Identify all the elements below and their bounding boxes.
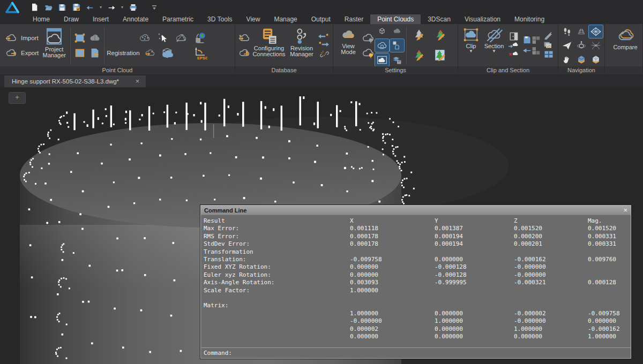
clip-remove-icon[interactable] [509,51,519,59]
view-mode-button[interactable]: View Mode [335,26,361,65]
project-manager-button[interactable]: Project Manager [40,26,68,65]
ribbon-tab-3d-tools[interactable]: 3D Tools [200,14,239,24]
swivel-icon[interactable] [589,39,603,52]
pick-points-cursor-icon[interactable] [156,32,170,44]
project-manager-icon [46,27,63,46]
drawing-viewport[interactable]: + Command Line × ResultXYZMag.Max Error:… [0,87,643,364]
inspect-box-icon[interactable] [589,53,603,66]
ribbon-tab-point-clouds[interactable]: Point Clouds [370,14,421,24]
undo-icon[interactable] [85,2,95,13]
import-button[interactable]: Import [2,32,40,44]
save-clip-state-icon[interactable] [523,35,540,44]
colorize-scan-gray-icon[interactable] [412,29,426,42]
section-plane-images-icon[interactable] [543,41,554,49]
command-line-output[interactable]: ResultXYZMag.Max Error:0.0011180.0013870… [201,215,631,347]
configuring-connections-button[interactable]: Configuring Connections [251,26,287,65]
compare-button[interactable]: Compare [610,26,640,65]
crop-folder-icon[interactable] [73,47,87,59]
georeference-globe-icon[interactable] [193,32,207,44]
attach-cloud-icon[interactable] [237,32,251,44]
command-line-window[interactable]: Command Line × ResultXYZMag.Max Error:0.… [200,205,631,359]
registration-export-icon[interactable] [143,47,157,59]
viewport-grid-icon[interactable] [544,50,554,58]
orbit-icon[interactable] [574,39,588,52]
document-tab[interactable]: Hinge support RX-505-02-S38-L3.dwg* × [4,75,146,87]
section-button[interactable]: Section ▼ [482,26,506,65]
restore-clip-state-icon[interactable] [523,46,540,55]
revision-manager-button[interactable]: Revision Manager [287,26,317,65]
command-input[interactable]: Command: [201,347,631,358]
detach-link-icon[interactable] [318,49,329,58]
panel-caption-point-cloud: Point Cloud [0,66,235,74]
clip-dropdown-icon[interactable]: ▼ [469,49,473,54]
pan-hand-icon[interactable] [560,53,574,66]
clip-button[interactable]: Clip ▼ [460,26,482,65]
epsg-button[interactable]: EPSG [193,47,207,59]
registration-cloud-points-icon[interactable] [138,32,152,44]
redo-icon[interactable] [106,2,117,13]
bounding-box-icon[interactable] [375,25,389,37]
document-tab-close-icon[interactable]: × [133,78,141,85]
undo-dropdown-icon[interactable]: ▾ [99,5,103,10]
crop-box-icon[interactable] [73,32,87,44]
grid-view-icon[interactable] [589,25,603,38]
ribbon-tab-3dscan[interactable]: 3DScan [421,14,458,24]
ribbon-tab-parametric[interactable]: Parametric [155,14,200,24]
section-dropdown-icon[interactable]: ▼ [492,49,496,54]
scan-view-icon[interactable] [375,39,389,52]
app-logo-icon[interactable] [0,0,25,14]
section-box-icon[interactable] [574,53,588,66]
ribbon-tab-raster[interactable]: Raster [338,14,370,24]
door-inspect-icon[interactable] [509,32,519,41]
cloud-solid-icon[interactable] [390,25,404,37]
panorama-icon[interactable] [375,54,389,66]
paper-plane-icon[interactable] [560,39,574,52]
command-line-row: Transformation [204,248,631,256]
export-button[interactable]: Export [2,47,40,59]
ribbon-tab-output[interactable]: Output [304,14,338,24]
scan-positions-icon[interactable] [390,39,404,52]
qat-customize-icon[interactable] [149,2,160,13]
ribbon-tab-draw[interactable]: Draw [57,14,86,24]
ribbon-tab-view[interactable]: View [240,14,267,24]
detach-page-icon[interactable] [88,47,102,59]
sketch-section-icon[interactable] [543,32,554,40]
layers-icon[interactable] [390,54,404,66]
ribbon-tab-home[interactable]: Home [26,14,57,24]
checkout-icon[interactable] [318,41,329,48]
command-line-close-icon[interactable]: × [623,207,627,214]
ribbon-tab-annotate[interactable]: Annotate [116,14,155,24]
panel-caption-settings: Settings [333,66,458,74]
redo-dropdown-icon[interactable]: ▾ [120,5,124,10]
cube-cloud-icon[interactable] [160,47,174,59]
registration-label[interactable]: Registration [107,50,139,56]
command-prompt-label: Command: [204,350,232,357]
open-file-icon[interactable] [43,2,54,13]
new-file-icon[interactable] [29,2,40,13]
checkin-icon[interactable] [318,33,329,40]
cloud-lighting-on-icon[interactable] [361,47,375,59]
clip-inside-icon[interactable] [509,42,519,50]
walk-footprints-icon[interactable] [560,25,574,38]
ribbon-tab-visualization[interactable]: Visualization [458,14,507,24]
command-line-title-bar[interactable]: Command Line × [201,206,631,215]
configuring-connections-icon [260,27,278,44]
fly-plane-grid-icon[interactable] [574,25,588,38]
colorize-elevation-icon[interactable] [433,29,447,42]
registration-polyline-icon[interactable] [174,32,188,44]
colorize-truecolor-icon[interactable] [433,49,447,62]
ribbon-tab-monitoring[interactable]: Monitoring [507,14,551,24]
command-line-row [204,294,631,302]
colorize-intensity-icon[interactable] [412,49,426,62]
print-icon[interactable] [128,2,138,13]
ribbon-tab-insert[interactable]: Insert [86,14,116,24]
command-line-row: 1.0000000.000000-0.000002-0.009758 [204,310,631,317]
cloud-density-icon[interactable] [88,32,102,44]
revision-manager-label: Revision Manager [290,46,313,58]
save-icon[interactable] [57,2,68,13]
save-as-icon[interactable] [71,2,81,13]
cloud-lighting-off-icon[interactable] [361,32,375,44]
new-view-tab-button[interactable]: + [9,92,26,104]
ribbon-tab-manage[interactable]: Manage [267,14,304,24]
cloud-database-icon[interactable] [237,47,251,59]
